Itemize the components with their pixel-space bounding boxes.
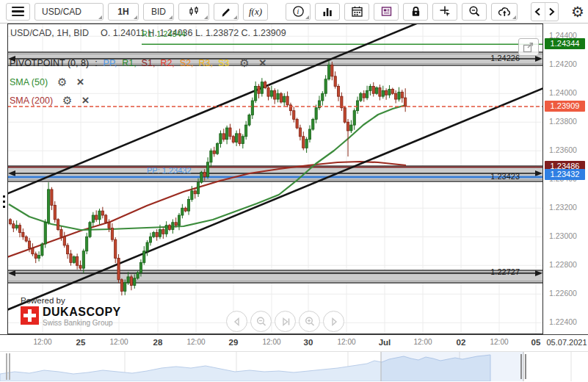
r1-level-label: R1: 1.24344 <box>142 29 186 38</box>
price-axis[interactable]: 1.244001.242001.240001.238001.236001.234… <box>544 0 588 351</box>
candlestick-icon <box>188 6 200 18</box>
time-tick: 12:00 <box>490 338 508 346</box>
time-tick: 12:00 <box>33 338 51 346</box>
pivot-title: PIVOTPOINT (0, 8) <box>10 58 89 68</box>
info-icon: i <box>292 5 305 18</box>
pan-left-button[interactable] <box>226 311 247 332</box>
chart-nav-controls <box>226 311 344 332</box>
jump-to-latest-button[interactable] <box>275 311 296 332</box>
calendar-button[interactable] <box>344 3 369 21</box>
time-axis[interactable]: 12:002512:002812:002912:003012:00Jul12:0… <box>0 334 588 351</box>
menu-button[interactable] <box>6 3 30 21</box>
pivot-item-s3: S3 <box>218 58 229 68</box>
time-tick: 30 <box>304 338 313 347</box>
sma200-settings-icon[interactable]: ⚙ <box>62 95 72 106</box>
calendar-icon <box>351 5 363 18</box>
symbol-select[interactable]: USD/CAD <box>35 3 104 21</box>
indicators-button[interactable]: f(x) <box>243 3 268 21</box>
time-tick: 29 <box>229 338 239 347</box>
price-tick: 1.22600 <box>549 289 577 298</box>
zoom-in-icon <box>302 314 317 329</box>
pivot-settings-icon[interactable]: ⚙ <box>239 57 249 68</box>
lock-icon <box>410 5 422 18</box>
drag-handle-icon[interactable] <box>3 195 5 208</box>
time-tick: 12:00 <box>413 338 432 346</box>
pivot-item-r2: R2, <box>160 58 174 68</box>
pivot-item-s1: S1, <box>142 58 156 68</box>
price-tick: 1.22800 <box>549 260 577 269</box>
volume-bars-icon <box>322 6 333 18</box>
navigator[interactable] <box>0 351 588 381</box>
chart-canvas[interactable] <box>7 24 543 334</box>
instrument-label: USD/CAD, 1H, BID <box>10 28 89 38</box>
price-tick: 1.24200 <box>549 60 577 68</box>
sma50-label: SMA (50) <box>10 77 48 87</box>
pan-right-button[interactable] <box>323 311 344 332</box>
chart-type-button[interactable] <box>178 3 209 21</box>
pivot-item-pp: PP, <box>104 58 117 68</box>
time-tick: 28 <box>153 338 163 347</box>
pivot-item-r1: R1, <box>122 58 136 68</box>
navigator-left-handle[interactable] <box>6 353 7 380</box>
expand-icon <box>523 42 534 53</box>
price-type-label: BID <box>151 7 166 17</box>
crosshair-icon <box>439 5 451 18</box>
detach-chart-button[interactable] <box>518 38 539 56</box>
level-label-123423: 1.23423 <box>476 172 520 181</box>
price-tag: 1.24344 <box>545 38 585 49</box>
time-tick: 12:00 <box>262 338 280 346</box>
zoom-out-icon <box>254 314 269 329</box>
lock-button[interactable] <box>403 3 428 21</box>
volume-button[interactable] <box>315 3 340 21</box>
sma200-label: SMA (200) <box>10 96 53 106</box>
level-label-124226: 1.24226 <box>476 54 520 62</box>
navigator-right-handle[interactable] <box>520 354 522 379</box>
zoom-out-button[interactable] <box>250 311 272 332</box>
time-tick: 12:00 <box>337 338 355 346</box>
sma50-settings-icon[interactable]: ⚙ <box>57 76 67 87</box>
skip-end-icon <box>278 314 293 329</box>
chevron-left-icon <box>533 7 543 17</box>
zoom-in-button[interactable] <box>299 311 320 332</box>
pencil-icon <box>220 6 232 18</box>
price-type-select[interactable]: BID <box>143 3 174 21</box>
time-tick: 02 <box>457 338 466 347</box>
toolbar: USD/CAD 1H BID f(x) <box>0 0 588 24</box>
trading-app: USD/CAD 1H BID f(x) <box>0 0 588 382</box>
svg-text:i: i <box>297 7 299 15</box>
timeframe-label: 1H <box>117 7 128 17</box>
level-label-122727: 1.22727 <box>476 267 520 276</box>
price-tick: 1.23200 <box>549 203 577 212</box>
pivot-item-r3: R3, <box>199 58 213 68</box>
zoom-button[interactable] <box>462 3 487 21</box>
price-tick: 1.23000 <box>549 231 577 240</box>
cloud-upload-icon <box>498 6 512 18</box>
sma200-remove-icon[interactable]: × <box>82 94 90 107</box>
timeframe-select[interactable]: 1H <box>108 3 139 21</box>
crosshair-button[interactable] <box>432 3 457 21</box>
price-tick: 1.24000 <box>549 88 577 97</box>
news-button[interactable] <box>374 3 399 21</box>
draw-tools-button[interactable] <box>214 3 239 21</box>
sma50-legend: SMA (50) ⚙ × <box>10 76 84 88</box>
triangle-left-icon <box>230 314 244 329</box>
navigator-selection[interactable] <box>381 352 523 381</box>
symbol-label: USD/CAD <box>42 7 81 17</box>
price-tag: 1.23909 <box>545 101 585 112</box>
scroll-left-button[interactable] <box>531 3 545 21</box>
price-tick: 1.23800 <box>549 117 577 126</box>
time-tick: 05 <box>531 338 541 347</box>
price-tag: 1.23432 <box>545 169 585 180</box>
time-tick: 25 <box>76 338 86 347</box>
export-button[interactable] <box>491 3 518 21</box>
sma200-legend: SMA (200) ⚙ × <box>10 94 89 107</box>
info-button[interactable]: i <box>286 3 311 21</box>
pp-level-label: PP: 1.23432 <box>147 166 192 175</box>
menu-icon <box>12 7 24 17</box>
swiss-cross-icon <box>21 306 39 325</box>
price-tick: 1.22400 <box>549 317 577 326</box>
sma50-remove-icon[interactable]: × <box>77 76 84 88</box>
pivot-remove-icon[interactable]: × <box>259 57 266 69</box>
fx-icon: f(x) <box>249 6 262 18</box>
time-tick: 12:00 <box>109 338 128 346</box>
